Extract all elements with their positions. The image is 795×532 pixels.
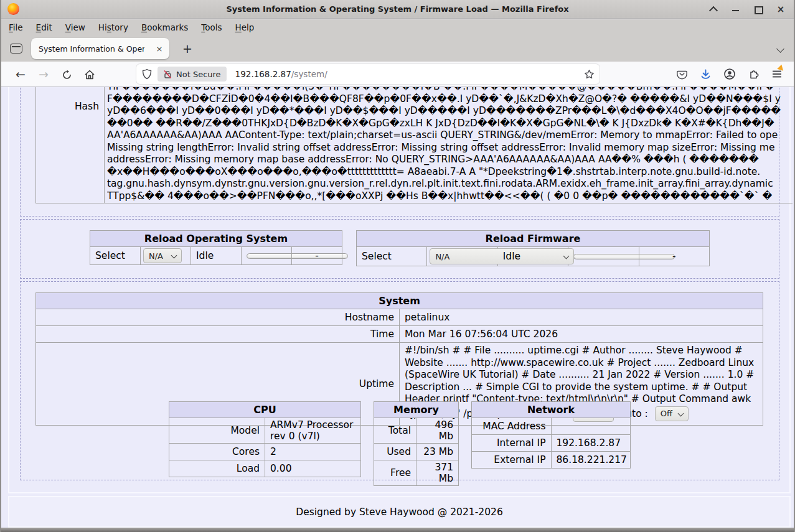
forward-button: → [33,67,54,81]
window-title: System Information & Operating System / … [1,4,794,14]
not-secure-chip[interactable]: Not Secure [158,67,227,82]
footer-text: Designed by Steve Haywood @ 2021-2026 [296,506,503,518]
table-row: Total496 Mb [374,418,459,444]
row-value: 371 Mb [416,460,459,486]
reload-fw-title: Reload Firmware [357,231,710,247]
back-button[interactable]: ← [10,67,31,81]
shield-icon[interactable] [141,68,153,80]
row-value: ARMv7 Processor rev 0 (v7l) [265,418,361,444]
table-row: MAC Address [472,418,631,435]
row-label: Hostname [36,309,400,326]
list-all-tabs-chevron-icon[interactable] [776,44,785,53]
reload-os-dropdown[interactable]: N/A [143,248,182,263]
url-text[interactable]: 192.168.2.87/system/ [235,69,327,79]
reload-fw-row: Select N/A Idle - [357,247,710,266]
row-value [551,418,631,435]
menu-hamburger-icon[interactable] [771,68,783,80]
row-label: Internal IP [472,435,552,452]
row-value: 23 Mb [416,444,459,460]
tab-title: System Information & Operating S [39,44,144,54]
hash-text-line: yD��6���I yD��0���I yD��*���I yD��$���I … [107,105,793,118]
table-row: TimeMon Mar 16 07:56:04 UTC 2026 [36,326,763,343]
url-path: /system/ [291,69,327,79]
row-label: External IP [472,452,552,469]
reload-os-title: Reload Operating System [90,231,342,247]
chevron-down-icon [172,253,177,258]
hash-text-line: TlF�������l�Bu��.FlF�����l(3� TlF�������… [107,87,793,93]
cpu-title: CPU [169,402,361,418]
reload-firmware-table: Reload Firmware Select N/A Idle - [356,230,710,266]
hash-text-line: �x��H���o���oX���o���o,���o�tttttttttttt… [107,166,793,179]
downloads-icon[interactable] [700,68,712,80]
menu-history[interactable]: History [98,22,128,32]
hash-text-line: Missing string lengthError: Invalid stri… [107,142,793,154]
extensions-puzzle-icon[interactable] [748,68,760,80]
hash-text-line: F��������D�CFZÍD�0�4��I�B���QF8F��p�0F��… [107,93,793,106]
window-bottom-border [1,528,794,532]
tab-bar: System Information & Operating S × + [1,35,794,62]
row-value: 0.00 [265,460,361,477]
tab-close-icon[interactable]: × [154,43,165,54]
reload-os-select-label: Select [90,247,141,265]
table-row: External IP86.18.221.217 [472,452,631,469]
system-title: System [36,293,763,309]
home-button[interactable] [79,68,100,80]
network-title: Network [472,402,631,418]
url-bar[interactable]: Not Secure 192.168.2.87/system/ [136,64,600,84]
row-label: Time [36,326,400,343]
hash-text-line: ��0�� ��R��/Z���0THKJxD{D�BzD�K�X�GpG�zx… [107,118,793,130]
menu-file[interactable]: File [9,22,23,32]
window-maximize-button[interactable] [754,5,763,14]
page-footer: Designed by Steve Haywood @ 2021-2026 [8,496,791,528]
row-value: Mon Mar 16 07:56:04 UTC 2026 [400,326,763,343]
auto-dropdown[interactable]: Off [655,406,689,421]
menu-view[interactable]: View [65,22,85,32]
table-row: Hostnamepetalinux [36,309,763,326]
window-minimize-button[interactable] [731,5,740,14]
firefox-window: System Information & Operating System / … [0,0,795,532]
table-row: Load0.00 [169,460,361,477]
bookmark-star-icon[interactable] [584,69,595,80]
chevron-down-icon [564,254,569,259]
reload-os-status: Idle [191,247,242,265]
account-icon[interactable] [723,68,736,80]
new-tab-button[interactable]: + [179,42,195,55]
hash-label: Hash [36,87,105,203]
table-row: Internal IP192.168.2.87 [472,435,631,452]
pocket-icon[interactable] [676,68,688,80]
hash-text-line: tag.gnu.hash.dynsym.dynstr.gnu.version.g… [107,178,793,190]
row-label: Used [374,444,416,460]
menu-bookmarks[interactable]: Bookmarks [141,22,188,32]
network-table: Network MAC AddressInternal IP192.168.2.… [471,401,631,469]
menu-tools[interactable]: Tools [201,22,222,32]
reload-os-row: Select N/A Idle - [90,247,342,265]
firefox-view-icon[interactable] [10,44,22,54]
window-close-button[interactable]: × [776,5,785,14]
insecure-lock-icon [163,70,172,79]
url-host: 192.168.2.87 [235,69,291,79]
not-secure-label: Not Secure [176,70,221,79]
hash-table: Hash TlF�������l�Bu��.FlF�����l(3� TlF��… [35,87,793,203]
table-row: ModelARMv7 Processor rev 0 (v7l) [169,418,361,444]
row-label: Total [374,418,416,444]
cpu-table: CPU ModelARMv7 Processor rev 0 (v7l)Core… [169,401,361,477]
reload-fw-dropdown[interactable]: N/A [430,248,574,264]
row-label: Cores [169,444,265,460]
table-row: Cores2 [169,444,361,460]
tab-active[interactable]: System Information & Operating S × [31,38,169,59]
reload-fw-percent: - [639,247,709,266]
menu-help[interactable]: Help [235,22,255,32]
hash-text-line: AA'A6AAAAAA&AA)AAA AAContent-Type: text/… [107,129,793,142]
window-titlebar[interactable]: System Information & Operating System / … [1,0,794,19]
row-value: 2 [265,444,361,460]
window-shade-button[interactable] [709,5,718,14]
hash-text-line: TTpp$&�� 4���o��>��PFN���o,,*[���oXXPj �… [107,190,793,203]
reload-fw-progress-cell [568,247,639,266]
row-label: Load [169,460,265,477]
reload-button[interactable] [56,68,77,80]
reload-fw-dropdown-cell: N/A [427,247,497,266]
reload-os-percent: - [292,247,342,265]
hash-text-line: addressError: Missing memory map base ad… [107,154,793,166]
menu-edit[interactable]: Edit [36,22,52,32]
row-value: petalinux [400,309,763,326]
